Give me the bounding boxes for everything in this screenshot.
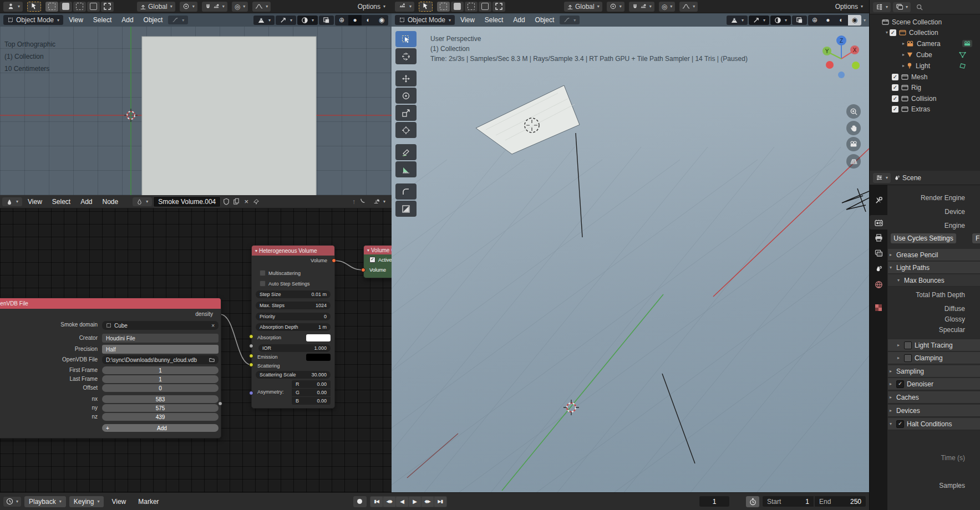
density-output-socket[interactable] [218,401,222,406]
record-button[interactable] [353,496,367,507]
menu-add[interactable]: Add [509,14,529,26]
falloff-dropdown[interactable]: ▾ [252,2,271,12]
gizmo-y-neg-ball[interactable] [852,62,860,69]
shading-wireframe-button[interactable]: ⊕ [335,15,348,26]
tool-move[interactable] [395,70,417,86]
gizmo-x-neg-ball[interactable] [826,61,834,69]
zoom-button[interactable] [846,104,861,119]
use-cycles-settings-button[interactable]: Use Cycles Settings [891,233,956,243]
visibility-dropdown[interactable]: ▾ [727,16,748,25]
precision-dropdown[interactable]: Half [102,345,219,354]
tool-select-box[interactable] [395,31,417,47]
xray-toggle[interactable] [319,16,334,25]
active-tool-selector[interactable]: ▾ [395,2,414,12]
outliner-row-mesh[interactable]: ✓ Mesh [870,72,980,82]
node-editor-canvas[interactable]: OpenVDB File density Smoke domain Cube ×… [0,208,392,492]
openvdb-file-path-field[interactable]: D:\sync\Downloads\bunny_cloud.vdb [102,355,219,364]
select-mode-new[interactable] [45,2,58,12]
auto-step-settings-checkbox[interactable]: Auto Step Settings [260,280,310,287]
offset-field[interactable]: 0 [102,384,219,392]
navigation-gizmo[interactable]: Z Y X [819,31,864,79]
active-checkbox[interactable]: ✓Active [369,257,392,263]
scattering-scale-field[interactable]: Scattering Scale30.000 [256,371,331,379]
left-viewport-canvas[interactable]: Top Orthographic (1) Collection 10 Centi… [0,27,392,195]
node-snap-icon[interactable] [359,197,368,206]
tool-transform[interactable] [395,122,417,138]
next-keyframe-button[interactable]: ◆▶ [422,497,434,507]
add-mapping-button[interactable]: + Add [102,424,219,432]
tab-world[interactable] [870,277,887,292]
main-viewport-canvas[interactable]: User Perspective (1) Collection Time: 2s… [392,27,869,492]
expand-arrow[interactable]: ▸ [901,41,906,46]
priority-field[interactable]: Priority0 [256,313,331,320]
pin-button[interactable] [252,197,261,206]
jump-to-end-button[interactable]: ▶▮ [434,497,446,507]
panel-devices[interactable]: ▸Devices [888,405,980,417]
outliner-row-collection[interactable]: ▾ ✓ Collection [870,27,980,38]
multiscattering-checkbox[interactable]: Multiscattering [260,270,301,276]
last-frame-field[interactable]: 1 [102,375,219,383]
tab-output[interactable] [870,231,887,245]
ior-field[interactable]: IOR1.000 [258,344,331,352]
shading-rendered-button[interactable]: ◉ [848,15,861,26]
timeline-editor-dropdown[interactable]: ▾ [3,497,21,507]
panel-halt-conditions[interactable]: ▾✓Halt Conditions [888,418,980,430]
select-mode-invert[interactable] [87,2,100,12]
gizmos-dropdown[interactable]: ▾ [749,16,769,25]
camera-view-button[interactable] [846,137,861,151]
tab-scene[interactable] [870,262,887,276]
node-menu-select[interactable]: Select [48,196,75,207]
shading-rendered-button[interactable]: ◉ [375,15,388,26]
start-frame-field[interactable]: Start 1 [763,496,814,507]
shading-solid-button[interactable]: ● [821,15,835,26]
editor-type-dropdown[interactable]: ▾ [873,173,891,183]
gizmo-z-neg-ball[interactable] [838,72,845,78]
scattering-input-socket[interactable] [249,363,253,367]
pivot-point-dropdown[interactable]: ▾ [180,2,197,12]
select-mode-extend[interactable] [451,2,464,12]
first-frame-field[interactable]: 1 [102,366,219,374]
tool-annotate[interactable] [395,144,417,160]
panel-grease-pencil[interactable]: ▸Grease Pencil [888,249,980,261]
options-dropdown[interactable]: Options ▾ [832,2,866,12]
current-frame-field[interactable]: 1 [699,496,729,507]
prev-keyframe-button[interactable]: ◀◆ [383,497,395,507]
expand-arrow[interactable]: ▸ [901,52,906,57]
select-mode-subtract[interactable] [73,2,86,12]
node-snap-dropdown[interactable]: ▾ [369,197,389,206]
menu-select[interactable]: Select [480,14,507,26]
shading-solid-button[interactable]: ● [348,15,362,26]
tab-render[interactable] [870,215,887,230]
collection-checkbox[interactable]: ✓ [892,74,898,80]
tab-texture[interactable] [870,300,887,315]
tab-tool[interactable] [870,193,887,207]
clamping-checkbox[interactable] [904,354,912,362]
menu-select[interactable]: Select [89,14,116,26]
select-box-tool-button[interactable] [419,2,433,12]
select-mode-intersect[interactable] [101,2,114,12]
collection-checkbox[interactable]: ✓ [892,106,898,113]
gizmos-dropdown[interactable]: ▾ [276,16,296,25]
tool-scale[interactable] [395,105,417,121]
mode-dropdown[interactable]: Object Mode ▾ [3,15,63,25]
material-name-field[interactable]: Smoke Volume.004 [153,196,221,207]
select-mode-new[interactable] [437,2,450,12]
halt-conditions-checkbox[interactable]: ✓ [896,420,904,428]
overlays-dropdown[interactable]: ▾ [770,16,791,25]
panel-caches[interactable]: ▸Caches [888,391,980,404]
panel-light-tracing[interactable]: ▸Light Tracing [888,339,980,351]
visibility-dropdown[interactable]: ▾ [253,16,275,25]
menu-view[interactable]: View [64,14,88,26]
filter-dropdown[interactable]: ▾ [893,2,911,12]
absorption-depth-field[interactable]: Absorption Depth1 m [256,323,331,331]
unlink-material-button[interactable]: × [242,197,251,206]
shading-material-button[interactable]: ◐ [362,15,375,26]
select-mode-extend[interactable] [59,2,72,12]
timeline-menu-marker[interactable]: Marker [134,496,163,507]
volume-output-node[interactable]: ▾ Volume Output ✓Active Volume [363,245,392,278]
expand-arrow[interactable]: ▸ [901,63,906,68]
volume-output-socket[interactable] [332,258,336,263]
editor-type-dropdown[interactable]: ▾ [2,197,22,206]
tool-cursor[interactable] [395,48,417,64]
heterogeneous-volume-node[interactable]: ▾ Heterogeneous Volume Volume Multiscatt… [251,245,335,409]
